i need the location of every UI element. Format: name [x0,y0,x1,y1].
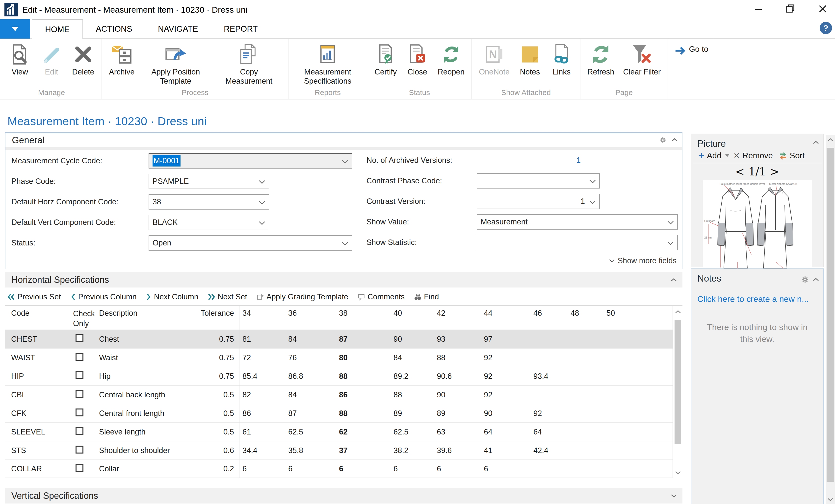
contrast-version-field[interactable]: 1 [477,194,600,209]
check-only-checkbox[interactable] [76,353,83,361]
cell-size-44[interactable]: 92 [481,391,530,399]
cell-tolerance[interactable]: 0.75 [186,353,239,362]
dropdown-chevron-icon[interactable] [589,180,596,184]
scrollbar-thumb[interactable] [827,148,834,482]
column-header-48[interactable]: 48 [567,306,603,330]
cell-tolerance[interactable]: 0.75 [186,335,239,344]
cell-description[interactable]: Sleeve length [91,427,186,437]
dropdown-chevron-icon[interactable] [259,221,265,225]
cell-size-34[interactable]: 34.4 [239,446,285,455]
dropdown-chevron-icon[interactable] [667,221,674,225]
collapse-general-icon[interactable] [671,138,678,142]
expand-section-icon[interactable] [671,494,677,498]
cell-size-42[interactable]: 6 [433,464,481,473]
dropdown-chevron-icon[interactable] [342,242,348,246]
cell-code[interactable]: CBL [5,391,62,399]
restore-button[interactable] [782,1,798,17]
cell-size-38[interactable]: 88 [335,372,390,381]
show-statistic-field[interactable] [477,235,678,250]
clear-filter-button[interactable]: Clear Filter [619,39,665,77]
default-vert-component-field[interactable]: BLACK [148,215,269,230]
cell-size-44[interactable]: 41 [481,446,530,455]
cell-size-44[interactable]: 92 [481,353,530,362]
contrast-phase-code-field[interactable] [477,173,600,189]
column-header-check-only[interactable]: Check Only [62,306,91,330]
cell-tolerance[interactable]: 0.5 [186,409,239,418]
cell-size-38[interactable]: 86 [335,391,390,399]
tab-home[interactable]: HOME [32,19,83,39]
cell-description[interactable]: Waist [91,353,186,362]
column-header-46[interactable]: 46 [530,306,567,330]
cell-tolerance[interactable]: 0.75 [186,372,239,381]
check-only-checkbox[interactable] [76,371,83,379]
cell-size-36[interactable]: 84 [285,391,335,399]
pager-next-button[interactable]: > [768,165,781,178]
cell-size-38[interactable]: 88 [335,409,390,418]
cell-code[interactable]: COLLAR [5,464,62,473]
cell-size-40[interactable]: 89.2 [390,372,433,381]
cell-size-34[interactable]: 6 [239,464,285,473]
cell-size-44[interactable]: 92 [481,372,530,381]
page-scrollbar[interactable] [826,135,835,504]
check-only-checkbox[interactable] [76,446,83,454]
cell-size-44[interactable]: 64 [481,427,530,437]
sort-pictures-button[interactable]: Sort [790,151,805,160]
previous-set-button[interactable]: Previous Set [7,292,61,301]
column-header-38[interactable]: 38 [335,306,390,330]
column-header-50[interactable]: 50 [603,306,640,330]
gears-icon[interactable] [659,136,667,144]
phase-code-field[interactable]: PSAMPLE [148,174,269,189]
column-header-36[interactable]: 36 [285,306,335,330]
column-header-description[interactable]: Description [91,306,186,330]
cell-description[interactable]: Central back length [91,391,186,399]
remove-picture-button[interactable]: Remove [742,151,773,160]
links-button[interactable]: Links [546,39,577,77]
scroll-up-icon[interactable] [675,310,681,314]
cell-size-42[interactable]: 39.6 [433,446,481,455]
dropdown-chevron-icon[interactable] [259,201,265,205]
application-menu-button[interactable] [0,19,30,39]
horizontal-specifications-header[interactable]: Horizontal Specifications [5,272,683,288]
cell-size-36[interactable]: 76 [285,353,335,362]
apply-position-template-button[interactable]: Apply Position Template [139,39,212,86]
measurement-cycle-code-field[interactable]: M-0001 [148,153,352,168]
scroll-down-icon[interactable] [675,470,681,475]
cell-size-44[interactable]: 97 [481,335,530,344]
cell-size-36[interactable]: 86.8 [285,372,335,381]
cell-size-40[interactable]: 62.5 [390,427,433,437]
cell-size-46[interactable]: 92 [530,409,567,418]
gears-icon[interactable] [801,275,809,284]
dropdown-chevron-icon[interactable] [259,180,265,184]
cell-size-34[interactable]: 85.4 [239,372,285,381]
close-button[interactable] [815,1,831,17]
cell-tolerance[interactable]: 0.2 [186,464,239,473]
cell-description[interactable]: Chest [91,335,186,344]
cell-tolerance[interactable]: 0.5 [186,427,239,437]
copy-measurement-button[interactable]: Copy Measurement [212,39,286,86]
table-row[interactable]: STSShoulder to shoulder0.634.435.83738.2… [5,441,674,460]
refresh-button[interactable]: Refresh [583,39,619,77]
table-row[interactable]: CHESTChest0.75818487909397 [5,330,674,348]
next-set-button[interactable]: Next Set [208,292,247,301]
column-header-44[interactable]: 44 [481,306,530,330]
cell-code[interactable]: HIP [5,372,62,381]
collapse-notes-icon[interactable] [813,278,819,281]
cell-size-40[interactable]: 38.2 [390,446,433,455]
cell-size-42[interactable]: 90.6 [433,372,481,381]
close-status-button[interactable]: Close [402,39,433,77]
add-picture-button[interactable]: Add [707,151,721,160]
cell-size-34[interactable]: 82 [239,391,285,399]
archived-versions-value[interactable]: 1 [477,153,581,168]
minimize-button[interactable] [750,1,766,17]
previous-column-button[interactable]: Previous Column [70,292,137,301]
cell-size-36[interactable]: 87 [285,409,335,418]
cell-size-44[interactable]: 90 [481,409,530,418]
comments-button[interactable]: Comments [358,292,405,301]
help-button[interactable]: ? [820,22,832,34]
cell-size-40[interactable]: 90 [390,335,433,344]
add-dropdown-icon[interactable] [725,154,729,157]
table-row[interactable]: COLLARCollar0.2666666 [5,460,674,478]
tab-report[interactable]: REPORT [211,19,271,39]
scroll-down-icon[interactable] [827,498,833,502]
collapse-section-icon[interactable] [671,278,677,282]
